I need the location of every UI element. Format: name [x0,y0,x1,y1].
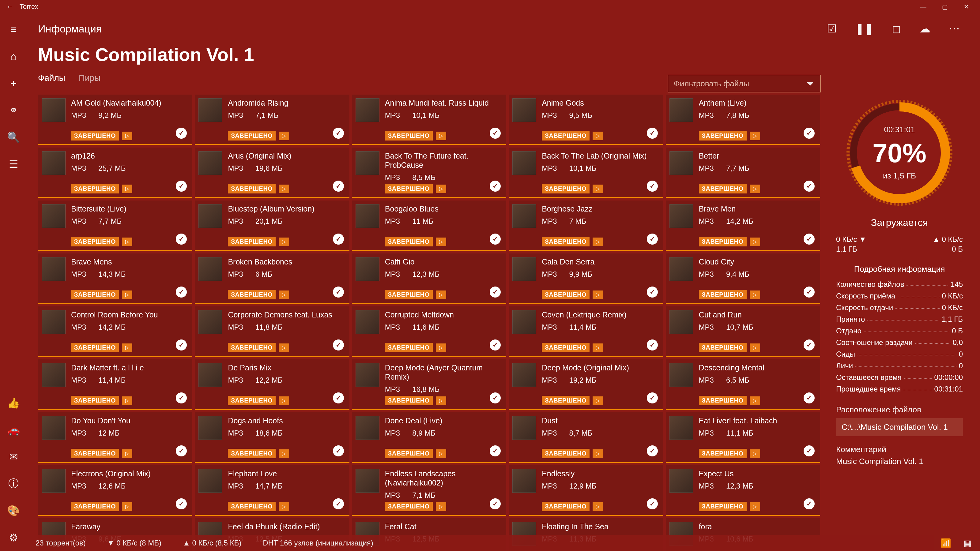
list-icon[interactable]: ☰ [0,151,27,178]
file-card[interactable]: Endless Landscapes (Naviarhaiku002)MP37,… [352,465,506,516]
check-icon[interactable]: ✓ [647,499,658,510]
cloud-icon[interactable]: ☁ [920,22,931,35]
more-icon[interactable]: ⋯ [949,22,960,35]
stop-icon[interactable]: ◻ [892,22,901,35]
checklist-icon[interactable]: ☑ [827,22,837,35]
play-button[interactable]: ▷ [593,502,603,511]
file-card[interactable]: Boogaloo BluesMP311 МБЗАВЕРШЕНО▷✓ [352,200,506,251]
check-icon[interactable]: ✓ [647,128,658,139]
play-button[interactable]: ▷ [750,184,760,193]
check-icon[interactable]: ✓ [647,340,658,351]
file-card[interactable]: AM Gold (Naviarhaiku004)MP39,2 МБЗАВЕРШЕ… [38,95,192,145]
file-card[interactable]: EndlesslyMP312,9 МБЗАВЕРШЕНО▷✓ [509,465,663,516]
file-card[interactable]: Brave MenMP314,2 МБЗАВЕРШЕНО▷✓ [666,200,820,251]
file-card[interactable]: Cloud CityMP39,4 МБЗАВЕРШЕНО▷✓ [666,254,820,304]
play-button[interactable]: ▷ [593,396,603,405]
grid-icon[interactable]: ▦ [964,538,971,548]
hamburger-icon[interactable]: ≡ [0,16,27,43]
file-card[interactable]: Back To The Lab (Original Mix)MP310,1 МБ… [509,148,663,198]
file-card[interactable]: Bluestep (Album Version)MP320,1 МБЗАВЕРШ… [195,200,349,251]
file-card[interactable]: Expect UsMP312,3 МБЗАВЕРШЕНО▷✓ [666,465,820,516]
file-card[interactable]: arp126MP325,7 МБЗАВЕРШЕНО▷✓ [38,148,192,198]
check-icon[interactable]: ✓ [803,128,815,139]
check-icon[interactable]: ✓ [803,286,815,297]
play-button[interactable]: ▷ [122,184,132,193]
maximize-button[interactable]: ▢ [934,0,956,13]
check-icon[interactable]: ✓ [647,392,658,403]
play-button[interactable]: ▷ [750,291,760,299]
play-button[interactable]: ▷ [593,291,603,299]
play-button[interactable]: ▷ [279,502,289,511]
play-button[interactable]: ▷ [122,449,132,458]
play-button[interactable]: ▷ [436,396,446,405]
file-card[interactable]: Anime GodsMP39,5 МБЗАВЕРШЕНО▷✓ [509,95,663,145]
location-path[interactable]: C:\...\Music Compilation Vol. 1 [836,418,963,436]
file-card[interactable]: Corrupted MeltdownMP311,6 МБЗАВЕРШЕНО▷✓ [352,306,506,357]
file-card[interactable]: Cut and RunMP310,7 МБЗАВЕРШЕНО▷✓ [666,306,820,357]
file-card[interactable]: Eat Liver! feat. LaibachMP311,1 МБЗАВЕРШ… [666,412,820,463]
link-icon[interactable]: ⚭ [0,97,27,124]
back-button[interactable]: ← [3,3,16,11]
play-button[interactable]: ▷ [750,502,760,511]
play-button[interactable]: ▷ [436,238,446,246]
check-icon[interactable]: ✓ [647,233,658,245]
play-button[interactable]: ▷ [279,396,289,405]
file-card[interactable]: Broken BackbonesMP36 МБЗАВЕРШЕНО▷✓ [195,254,349,304]
check-icon[interactable]: ✓ [490,392,501,403]
play-button[interactable]: ▷ [122,343,132,352]
play-button[interactable]: ▷ [122,502,132,511]
filter-box[interactable]: ⏷ [668,75,821,92]
play-button[interactable]: ▷ [750,238,760,246]
file-card[interactable]: Anthem (Live)MP37,8 МБЗАВЕРШЕНО▷✓ [666,95,820,145]
play-button[interactable]: ▷ [436,132,446,140]
play-button[interactable]: ▷ [436,184,446,193]
info-icon[interactable]: ⓘ [0,470,27,497]
play-button[interactable]: ▷ [593,184,603,193]
file-card[interactable]: Done Deal (Live)MP38,9 МБЗАВЕРШЕНО▷✓ [352,412,506,463]
file-card[interactable]: Dark Matter ft. a l l i eMP311,4 МБЗАВЕР… [38,359,192,410]
check-icon[interactable]: ✓ [803,181,815,192]
file-card[interactable]: Descending MentalMP36,5 МБЗАВЕРШЕНО▷✓ [666,359,820,410]
check-icon[interactable]: ✓ [490,128,501,139]
file-card[interactable]: Corporate Demons feat. LuxasMP311,8 МБЗА… [195,306,349,357]
tab-files[interactable]: Файлы [38,73,65,85]
check-icon[interactable]: ✓ [333,128,344,139]
file-card[interactable]: Do You Don't YouMP312 МБЗАВЕРШЕНО▷✓ [38,412,192,463]
play-button[interactable]: ▷ [279,238,289,246]
file-card[interactable]: Deep Mode (Anyer Quantum Remix)MP316,8 М… [352,359,506,410]
play-button[interactable]: ▷ [750,132,760,140]
file-card[interactable]: Deep Mode (Original Mix)MP319,2 МБЗАВЕРШ… [509,359,663,410]
check-icon[interactable]: ✓ [333,181,344,192]
tab-peers[interactable]: Пиры [79,73,100,85]
play-button[interactable]: ▷ [593,238,603,246]
car-icon[interactable]: 🚗 [0,416,27,443]
home-icon[interactable]: ⌂ [0,43,27,70]
play-button[interactable]: ▷ [593,343,603,352]
play-button[interactable]: ▷ [750,396,760,405]
filter-icon[interactable]: ⏷ [806,79,815,89]
file-card[interactable]: Anima Mundi feat. Russ LiquidMP310,1 МБЗ… [352,95,506,145]
minimize-button[interactable]: ― [913,0,934,13]
file-card[interactable]: Coven (Lektrique Remix)MP311,4 МБЗАВЕРШЕ… [509,306,663,357]
play-button[interactable]: ▷ [436,291,446,299]
check-icon[interactable]: ✓ [333,286,344,297]
check-icon[interactable]: ✓ [490,233,501,245]
signal-icon[interactable]: 📶 [940,538,951,548]
check-icon[interactable]: ✓ [803,340,815,351]
settings-icon[interactable]: ⚙ [0,524,27,551]
check-icon[interactable]: ✓ [490,499,501,510]
file-card[interactable]: Caffi GioMP312,3 МБЗАВЕРШЕНО▷✓ [352,254,506,304]
play-button[interactable]: ▷ [436,343,446,352]
play-button[interactable]: ▷ [750,343,760,352]
check-icon[interactable]: ✓ [333,233,344,245]
file-card[interactable]: De Paris MixMP312,2 МБЗАВЕРШЕНО▷✓ [195,359,349,410]
play-button[interactable]: ▷ [279,343,289,352]
file-card[interactable]: Cala Den SerraMP39,9 МБЗАВЕРШЕНО▷✓ [509,254,663,304]
filter-input[interactable] [674,79,806,89]
check-icon[interactable]: ✓ [803,392,815,403]
file-card[interactable]: Electrons (Original Mix)MP312,6 МБЗАВЕРШ… [38,465,192,516]
file-card[interactable]: Dogs and HoofsMP318,6 МБЗАВЕРШЕНО▷✓ [195,412,349,463]
play-button[interactable]: ▷ [122,238,132,246]
file-card[interactable]: Control Room Before YouMP314,2 МБЗАВЕРШЕ… [38,306,192,357]
play-button[interactable]: ▷ [593,132,603,140]
